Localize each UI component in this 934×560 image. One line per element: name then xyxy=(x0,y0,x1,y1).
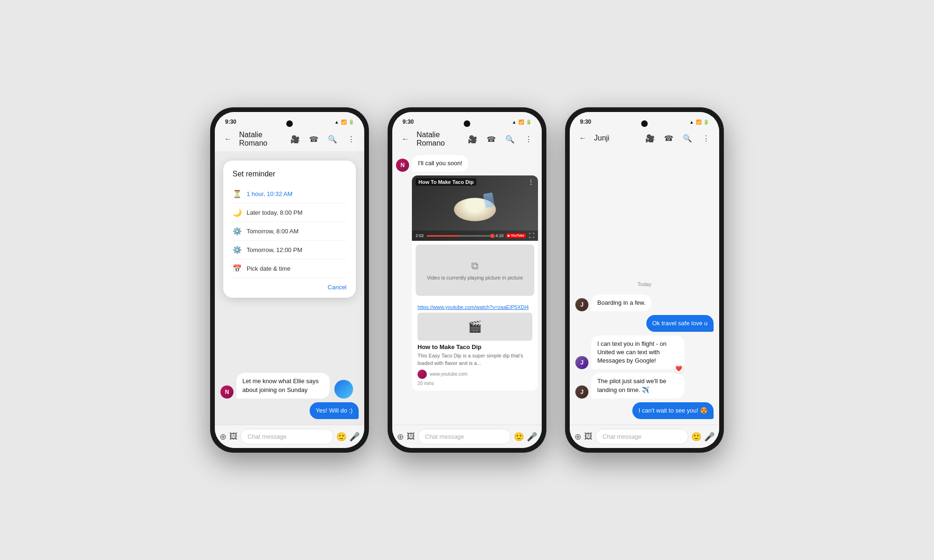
bubble-received-1: Let me know what Ellie says about joinin… xyxy=(236,373,330,398)
back-button-2[interactable]: ← xyxy=(398,132,413,147)
msg-cant-wait: I can't wait to see you! 😍 xyxy=(575,402,714,419)
msg-travel-safe: Ok travel safe love u xyxy=(575,315,714,332)
sticker-icon-2[interactable]: 🖼 xyxy=(407,432,415,441)
phone-1: 9:30 ▲ 📶 🔋 ← Natalie Romano 🎥 ☎ 🔍 ⋮ N Le… xyxy=(210,107,369,453)
video-progress-bar: 2:02 4:10 ▶ YouTube ⛶ xyxy=(412,231,538,241)
chat-input-3[interactable]: Chat message xyxy=(595,429,688,444)
add-icon-2[interactable]: ⊕ xyxy=(397,432,404,442)
mic-icon-2[interactable]: 🎤 xyxy=(527,432,537,442)
reminder-label-1hour: 1 hour, 10:32 AM xyxy=(247,190,292,197)
more-button-3[interactable]: ⋮ xyxy=(699,131,714,146)
contact-name-1: Natalie Romano xyxy=(239,131,284,147)
bubble-wrapper-flight: I can text you in flight - on United we … xyxy=(591,336,685,370)
avatar-natalie-2: N xyxy=(396,159,409,172)
app-bar-3: ← Junji 🎥 ☎ 🔍 ⋮ xyxy=(570,127,719,149)
video-call-button-3[interactable]: 🎥 xyxy=(643,131,658,146)
emoji-icon-1[interactable]: 🙂 xyxy=(336,432,347,442)
reminder-option-later-today[interactable]: 🌙 Later today, 8:00 PM xyxy=(233,203,347,222)
back-button-1[interactable]: ← xyxy=(220,132,235,147)
phone-screen-1: 9:30 ▲ 📶 🔋 ← Natalie Romano 🎥 ☎ 🔍 ⋮ N Le… xyxy=(215,112,364,448)
bubble-flight: I can text you in flight - on United we … xyxy=(591,336,685,370)
link-source-row: www.youtube.com xyxy=(417,370,532,379)
hourglass-icon: ⏳ xyxy=(233,189,242,198)
search-button-3[interactable]: 🔍 xyxy=(680,131,695,146)
reminder-option-tomorrow-8am[interactable]: ⚙️ Tomorrow, 8:00 AM xyxy=(233,222,347,241)
reminder-dialog-overlay: Set reminder ⏳ 1 hour, 10:32 AM 🌙 Later … xyxy=(219,161,360,298)
video-more-icon[interactable]: ⋮ xyxy=(528,178,534,186)
phone-button-1[interactable]: ☎ xyxy=(306,132,321,147)
phone-button-2[interactable]: ☎ xyxy=(484,132,499,147)
reminder-label-tomorrow-12pm: Tomorrow, 12:00 PM xyxy=(247,246,302,253)
camera-notch-3 xyxy=(641,120,648,127)
reaction-heart: ❤️ xyxy=(674,364,683,373)
emoji-icon-3[interactable]: 🙂 xyxy=(691,432,701,442)
add-icon-3[interactable]: ⊕ xyxy=(574,432,581,442)
reminder-option-tomorrow-12pm[interactable]: ⚙️ Tomorrow, 12:00 PM xyxy=(233,241,347,259)
calendar-icon: 📅 xyxy=(233,264,242,273)
link-domain: www.youtube.com xyxy=(430,371,467,377)
reminder-trigger-icon[interactable] xyxy=(334,380,353,399)
gear-icon-2: ⚙️ xyxy=(233,245,242,254)
video-card: How To Make Taco Dip ⋮ xyxy=(412,175,538,391)
reminder-title: Set reminder xyxy=(233,170,347,178)
reminder-option-1hour[interactable]: ⏳ 1 hour, 10:32 AM xyxy=(233,185,347,203)
pip-container: ⧉ Video is currently playing picture in … xyxy=(412,241,538,300)
wifi-icon-3: ▲ xyxy=(689,119,694,125)
phone-screen-2: 9:30 ▲ 📶 🔋 ← Natalie Romano 🎥 ☎ 🔍 ⋮ N I'… xyxy=(392,112,542,448)
battery-icon-1: 🔋 xyxy=(348,119,354,125)
link-avatar xyxy=(417,370,427,379)
msg-row-sent-1: Yes! Will do :) xyxy=(220,402,359,419)
phone-2: 9:30 ▲ 📶 🔋 ← Natalie Romano 🎥 ☎ 🔍 ⋮ N I'… xyxy=(388,107,546,453)
add-icon-1[interactable]: ⊕ xyxy=(219,432,226,442)
video-top-bar: How To Make Taco Dip ⋮ xyxy=(412,175,538,189)
mic-icon-3[interactable]: 🎤 xyxy=(704,432,715,442)
wifi-icon-1: ▲ xyxy=(334,119,339,125)
total-time: 4:10 xyxy=(495,233,504,238)
phone-3: 9:30 ▲ 📶 🔋 ← Junji 🎥 ☎ 🔍 ⋮ Today J Boa xyxy=(565,107,724,453)
emoji-icon-2[interactable]: 🙂 xyxy=(514,432,524,442)
chat-area-1: N Let me know what Ellie says about join… xyxy=(215,151,364,425)
search-button-2[interactable]: 🔍 xyxy=(502,132,517,147)
mic-icon-1[interactable]: 🎤 xyxy=(349,432,360,442)
msg-row-received-1: N Let me know what Ellie says about join… xyxy=(220,373,359,398)
progress-track[interactable] xyxy=(427,235,493,237)
pip-placeholder: ⧉ Video is currently playing picture in … xyxy=(416,245,534,296)
reminder-cancel-area: Cancel xyxy=(233,278,347,293)
bubble-boarding: Boarding in a few. xyxy=(591,294,651,311)
chat-input-1[interactable]: Chat message xyxy=(241,429,333,444)
back-button-3[interactable]: ← xyxy=(575,131,590,146)
contact-name-3: Junji xyxy=(594,134,639,142)
chat-area-3: Today J Boarding in a few. Ok travel saf… xyxy=(570,149,719,425)
video-call-button-2[interactable]: 🎥 xyxy=(465,132,480,147)
link-url[interactable]: https://www.youtube.com/watch?v=zaaEIP5X… xyxy=(417,304,532,310)
input-bar-1: ⊕ 🖼 Chat message 🙂 🎤 xyxy=(215,425,364,448)
video-thumbnail[interactable]: How To Make Taco Dip ⋮ xyxy=(412,175,538,241)
video-call-button-1[interactable]: 🎥 xyxy=(288,132,303,147)
status-time-3: 9:30 xyxy=(580,119,591,125)
progress-fill xyxy=(427,235,460,237)
fullscreen-icon[interactable]: ⛶ xyxy=(529,232,534,239)
camera-notch-1 xyxy=(286,120,293,127)
video-thumb-icon: 🎬 xyxy=(468,320,482,333)
current-time: 2:02 xyxy=(416,233,424,238)
wifi-icon-2: ▲ xyxy=(512,119,517,125)
sticker-icon-1[interactable]: 🖼 xyxy=(229,432,238,441)
reminder-label-pick-date: Pick date & time xyxy=(247,265,290,272)
reminder-option-pick-date[interactable]: 📅 Pick date & time xyxy=(233,259,347,278)
reminder-cancel-button[interactable]: Cancel xyxy=(328,284,347,291)
msg-pilot: J The pilot just said we'll be landing o… xyxy=(575,373,714,398)
sticker-icon-3[interactable]: 🖼 xyxy=(584,432,593,441)
input-bar-2: ⊕ 🖼 Chat message 🙂 🎤 xyxy=(392,425,542,448)
reminder-label-tomorrow-8am: Tomorrow, 8:00 AM xyxy=(247,228,298,235)
phone-button-3[interactable]: ☎ xyxy=(661,131,676,146)
app-bar-2: ← Natalie Romano 🎥 ☎ 🔍 ⋮ xyxy=(392,127,542,151)
msg-text-in-flight: J I can text you in flight - on United w… xyxy=(575,336,714,370)
more-button-1[interactable]: ⋮ xyxy=(344,132,359,147)
chat-input-2[interactable]: Chat message xyxy=(418,429,511,444)
more-button-2[interactable]: ⋮ xyxy=(521,132,536,147)
search-button-1[interactable]: 🔍 xyxy=(325,132,340,147)
status-icons-2: ▲ 📶 🔋 xyxy=(512,119,531,125)
input-bar-3: ⊕ 🖼 Chat message 🙂 🎤 xyxy=(570,425,719,448)
app-bar-1: ← Natalie Romano 🎥 ☎ 🔍 ⋮ xyxy=(215,127,364,151)
status-time-1: 9:30 xyxy=(225,119,236,125)
